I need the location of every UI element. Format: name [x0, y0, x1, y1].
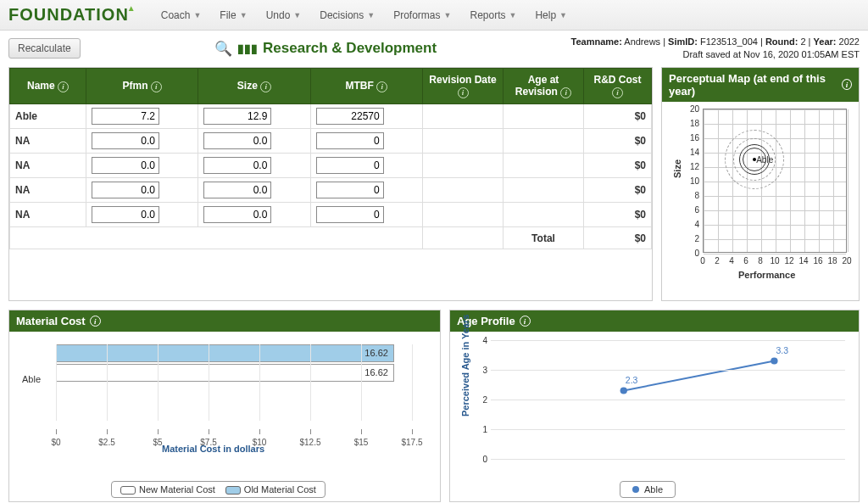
page-title: 🔍▮▮▮ Research & Development: [89, 40, 563, 58]
age-profile-legend: Able: [620, 481, 676, 498]
size-input[interactable]: [203, 108, 271, 125]
col-cost: R&D Cost i: [584, 68, 652, 103]
info-icon[interactable]: i: [90, 316, 101, 327]
total-cost: $0: [584, 227, 652, 249]
mtbf-input[interactable]: [316, 132, 384, 149]
material-cost-legend: New Material Cost Old Material Cost: [111, 481, 326, 498]
brand-logo: FOUNDATION▲: [8, 5, 138, 25]
age-at-revision: [504, 104, 584, 129]
age-at-revision: [504, 203, 584, 227]
col-mtbf: MTBF i: [310, 68, 422, 103]
saved-status: Draft saved at Nov 16, 2020 01:05AM EST: [571, 48, 860, 61]
product-name: NA: [10, 178, 86, 203]
pfmn-input[interactable]: [92, 132, 159, 149]
info-icon[interactable]: i: [520, 316, 531, 327]
menu-proformas[interactable]: Proformas▼: [385, 4, 459, 26]
rd-table: Name i Pfmn i Size i MTBF i Revision Dat…: [9, 68, 652, 249]
info-icon[interactable]: i: [260, 81, 271, 92]
age-profile-chart: Perceived Age in Years 2.33.3 Able 01234: [450, 332, 859, 501]
pfmn-input[interactable]: [92, 206, 159, 223]
rd-cost: $0: [584, 203, 652, 227]
info-icon[interactable]: i: [151, 81, 162, 92]
col-pfmn: Pfmn i: [86, 68, 198, 103]
menu-help[interactable]: Help▼: [526, 4, 576, 26]
pfmn-input[interactable]: [92, 108, 159, 125]
table-row: NA$0: [10, 129, 652, 154]
size-input[interactable]: [203, 157, 271, 174]
revision-date: [423, 104, 504, 129]
product-name: Able: [10, 104, 86, 129]
size-input[interactable]: [203, 206, 271, 223]
info-icon[interactable]: i: [560, 87, 571, 98]
menu-decisions[interactable]: Decisions▼: [311, 4, 383, 26]
menu-file[interactable]: File▼: [211, 4, 255, 26]
product-name: NA: [10, 129, 86, 154]
info-icon[interactable]: i: [458, 87, 469, 98]
menu-coach[interactable]: Coach▼: [153, 4, 210, 26]
revision-date: [423, 178, 504, 203]
rd-cost: $0: [584, 129, 652, 154]
revision-date: [423, 154, 504, 178]
rd-cost: $0: [584, 178, 652, 203]
table-row: Able$0: [10, 104, 652, 129]
age-at-revision: [504, 129, 584, 154]
table-row: NA$0: [10, 178, 652, 203]
pfmn-input[interactable]: [92, 157, 159, 174]
svg-text:2.3: 2.3: [626, 377, 638, 386]
total-label: Total: [504, 227, 584, 249]
info-icon[interactable]: i: [612, 87, 623, 98]
top-menubar: FOUNDATION▲ Coach▼ File▼ Undo▼ Decisions…: [0, 0, 868, 31]
svg-point-2: [771, 358, 777, 365]
perceptual-map-panel: Perceptual Map (at end of this year) i S…: [661, 67, 860, 301]
rd-cost: $0: [584, 154, 652, 178]
info-icon[interactable]: i: [376, 81, 387, 92]
svg-point-0: [620, 388, 627, 394]
size-input[interactable]: [203, 132, 271, 149]
col-revdate: Revision Date i: [423, 68, 504, 103]
product-name: NA: [10, 203, 86, 227]
rd-table-panel: Name i Pfmn i Size i MTBF i Revision Dat…: [8, 67, 653, 301]
bars-icon: ▮▮▮: [237, 42, 258, 55]
mtbf-input[interactable]: [316, 108, 384, 125]
revision-date: [423, 203, 504, 227]
sub-toolbar: Recalculate 🔍▮▮▮ Research & Development …: [0, 31, 868, 67]
recalculate-button[interactable]: Recalculate: [8, 38, 81, 59]
size-input[interactable]: [203, 182, 271, 198]
menu-undo[interactable]: Undo▼: [258, 4, 310, 26]
table-row: NA$0: [10, 203, 652, 227]
rd-icon: 🔍: [214, 40, 232, 58]
perceptual-map-chart: Size Performance 00224466881010121214141…: [662, 102, 859, 299]
info-icon[interactable]: i: [58, 81, 69, 92]
info-icon[interactable]: i: [842, 79, 852, 90]
pfmn-input[interactable]: [92, 182, 159, 198]
revision-date: [423, 129, 504, 154]
sim-meta: Teamname: Andrews | SimID: F123513_004 |…: [571, 36, 860, 62]
col-age: Age at Revision i: [504, 68, 584, 103]
mtbf-input[interactable]: [316, 206, 384, 223]
main-menu: Coach▼ File▼ Undo▼ Decisions▼ Proformas▼…: [153, 4, 576, 26]
age-profile-panel: Age Profile i Perceived Age in Years 2.3…: [449, 310, 860, 502]
age-at-revision: [504, 154, 584, 178]
material-cost-chart: Able 16.6216.62 $0$2.5$5$7.5$10$12.5$15$…: [9, 332, 440, 501]
mtbf-input[interactable]: [316, 182, 384, 198]
rd-cost: $0: [584, 104, 652, 129]
svg-text:3.3: 3.3: [776, 347, 788, 356]
col-size: Size i: [198, 68, 310, 103]
product-name: NA: [10, 154, 86, 178]
menu-reports[interactable]: Reports▼: [461, 4, 525, 26]
mtbf-input[interactable]: [316, 157, 384, 174]
col-name: Name i: [10, 68, 86, 103]
table-row: NA$0: [10, 154, 652, 178]
age-at-revision: [504, 178, 584, 203]
material-cost-panel: Material Cost i Able 16.6216.62 $0$2.5$5…: [8, 310, 441, 502]
